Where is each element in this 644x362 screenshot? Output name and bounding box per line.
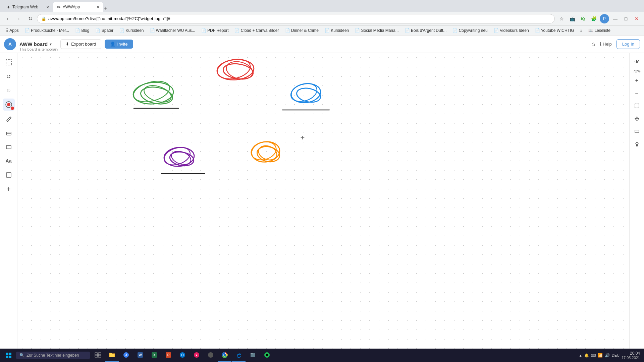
forward-button[interactable]: › bbox=[14, 14, 23, 23]
export-board-button[interactable]: ⬇ Export board bbox=[60, 39, 101, 49]
info-icon: ℹ bbox=[600, 42, 601, 47]
zoom-out-button[interactable]: − bbox=[632, 88, 642, 99]
blue-scribble bbox=[282, 80, 329, 110]
bookmark-pdf[interactable]: 📄 PDF Report bbox=[199, 27, 231, 34]
taskbar-app-7[interactable] bbox=[204, 349, 217, 362]
address-bar[interactable]: 🔒 bbox=[37, 14, 555, 23]
bookmark-blog[interactable]: 📄 Blog bbox=[72, 27, 92, 34]
svg-rect-37 bbox=[9, 356, 11, 358]
redo-tool[interactable]: ↻ bbox=[3, 84, 15, 97]
tab-close-telegram[interactable]: ✕ bbox=[46, 5, 49, 9]
taskbar-app-edge[interactable] bbox=[232, 349, 246, 362]
taskbar-app-taskview[interactable] bbox=[91, 349, 105, 362]
screen-cast-button[interactable]: 📺 bbox=[568, 14, 577, 23]
login-button[interactable]: Log In bbox=[616, 39, 640, 49]
tab-close-awwapp[interactable]: ✕ bbox=[97, 5, 99, 9]
select-tool[interactable] bbox=[3, 56, 15, 68]
taskbar-system: ▲ 🔔 ⌨ 📶 🔊 DEU 20:04 17.05.2021 bbox=[579, 351, 643, 360]
taskbar-time[interactable]: 20:04 17.05.2021 bbox=[622, 351, 640, 360]
close-window-button[interactable]: ✕ bbox=[632, 14, 641, 23]
profile-button[interactable]: P bbox=[600, 14, 609, 23]
green-scribble bbox=[131, 78, 178, 108]
bookmark-kursideen1[interactable]: 📄 Kursideen bbox=[117, 27, 146, 34]
bookmark-spaeter[interactable]: 📄 Später bbox=[93, 27, 116, 34]
bookmark-kursideen2[interactable]: 📄 Kursideen bbox=[322, 27, 352, 34]
cursor-plus-icon: + bbox=[301, 133, 305, 142]
invite-button[interactable]: 👤 Invite bbox=[105, 40, 133, 49]
tab-title-telegram: Telegram Web bbox=[12, 5, 38, 9]
taskbar-app-chrome[interactable] bbox=[218, 349, 231, 362]
shape-tool[interactable] bbox=[3, 141, 15, 153]
move-tool[interactable] bbox=[632, 113, 642, 124]
taskbar-app-excel[interactable]: X bbox=[148, 349, 161, 362]
invite-icon: 👤 bbox=[110, 42, 115, 47]
svg-rect-36 bbox=[6, 356, 8, 358]
minimize-button[interactable]: — bbox=[610, 14, 620, 23]
bookmark-dinner[interactable]: 📄 Dinner & Crime bbox=[282, 27, 321, 34]
bookmark-youtube[interactable]: 📄 Youtube WICHTIG bbox=[532, 27, 577, 34]
svg-rect-41 bbox=[98, 355, 101, 357]
bookmark-wahlfaecher[interactable]: 📄 Wahlfächer WU Aus... bbox=[147, 27, 198, 34]
add-tool[interactable]: + bbox=[3, 183, 15, 195]
app-header: A AWW board ▾ This board is temporary ⬇ … bbox=[0, 36, 644, 53]
eye-tool[interactable]: 👁 bbox=[632, 56, 642, 67]
address-input[interactable] bbox=[48, 16, 550, 21]
browser-tab-telegram[interactable]: ✈ Telegram Web ✕ bbox=[3, 2, 53, 12]
new-tab-button[interactable]: + bbox=[104, 5, 108, 12]
svg-text:W: W bbox=[139, 353, 142, 357]
brush-tool[interactable] bbox=[3, 99, 15, 111]
taskbar-app-music[interactable] bbox=[260, 349, 274, 362]
taskbar-app-files[interactable] bbox=[246, 349, 260, 362]
browser-extensions[interactable]: 🧩 bbox=[589, 14, 598, 23]
reload-button[interactable]: ↻ bbox=[25, 14, 35, 23]
undo-tool[interactable]: ↺ bbox=[3, 70, 15, 82]
pin-button[interactable] bbox=[632, 139, 642, 149]
iq-extension[interactable]: IQ bbox=[578, 14, 588, 23]
text-tool[interactable]: Aa bbox=[3, 155, 15, 167]
pen-tool[interactable] bbox=[3, 113, 15, 125]
expand-button[interactable] bbox=[632, 101, 642, 111]
svg-point-10 bbox=[216, 58, 255, 81]
taskbar-app-powerpoint[interactable]: P bbox=[162, 349, 175, 362]
svg-point-4 bbox=[7, 103, 10, 106]
svg-point-56 bbox=[224, 354, 226, 356]
taskbar-app-taskbar3[interactable]: 3 bbox=[119, 349, 133, 362]
back-button[interactable]: ‹ bbox=[3, 14, 12, 23]
canvas-area[interactable]: + bbox=[17, 53, 629, 349]
volume-icon: 🔊 bbox=[605, 353, 610, 358]
svg-point-17 bbox=[142, 82, 173, 105]
sticky-note-tool[interactable] bbox=[3, 169, 15, 181]
help-button[interactable]: ℹ Help bbox=[600, 42, 612, 47]
taskbar-search[interactable]: 🔍 Zur Suche Text hier eingeben bbox=[16, 352, 90, 359]
bookmark-canva[interactable]: 📄 Cload + Canva Bilder bbox=[232, 27, 281, 34]
telegram-favicon: ✈ bbox=[7, 5, 10, 10]
taskbar-up-arrow[interactable]: ▲ bbox=[579, 354, 582, 357]
start-button[interactable] bbox=[1, 349, 16, 362]
canvas-svg: + bbox=[17, 53, 629, 349]
taskbar-app-word[interactable]: W bbox=[133, 349, 147, 362]
eraser-tool[interactable] bbox=[3, 127, 15, 139]
bookmark-more[interactable]: » bbox=[578, 27, 585, 34]
bookmark-videokurs[interactable]: 📄 Videokurs Ideen bbox=[491, 27, 532, 34]
svg-point-15 bbox=[140, 85, 174, 106]
taskbar-app-6[interactable]: ♥ bbox=[190, 349, 203, 362]
svg-point-29 bbox=[256, 144, 281, 164]
board-title: AWW board bbox=[19, 41, 48, 47]
awwapp-favicon: ✏ bbox=[57, 5, 61, 10]
maximize-button[interactable]: □ bbox=[621, 14, 631, 23]
svg-point-11 bbox=[222, 62, 254, 81]
home-icon[interactable]: ⌂ bbox=[591, 41, 595, 48]
zoom-in-button[interactable]: + bbox=[632, 75, 642, 86]
taskbar-app-explorer[interactable] bbox=[105, 349, 119, 362]
bookmark-bois[interactable]: 📄 Bois d'Argent Duft... bbox=[402, 27, 449, 34]
bookmark-copywriting[interactable]: 📄 Copywriting neu bbox=[450, 27, 490, 34]
bookmark-leseliste[interactable]: 📖 Leseliste bbox=[586, 27, 613, 34]
fit-screen-button[interactable] bbox=[632, 126, 642, 137]
board-dropdown-icon[interactable]: ▾ bbox=[50, 42, 52, 47]
bookmark-star-button[interactable]: ☆ bbox=[557, 14, 566, 23]
browser-tab-awwapp[interactable]: ✏ AWWApp ✕ bbox=[53, 2, 103, 12]
apps-bookmark[interactable]: ⠿ Apps bbox=[3, 27, 21, 34]
bookmark-produktsuche[interactable]: 📄 Produktsuche - Mer... bbox=[22, 27, 72, 34]
taskbar-app-5[interactable]: O bbox=[176, 349, 189, 362]
bookmark-socialmedia[interactable]: 📄 Social Media Mana... bbox=[352, 27, 401, 34]
